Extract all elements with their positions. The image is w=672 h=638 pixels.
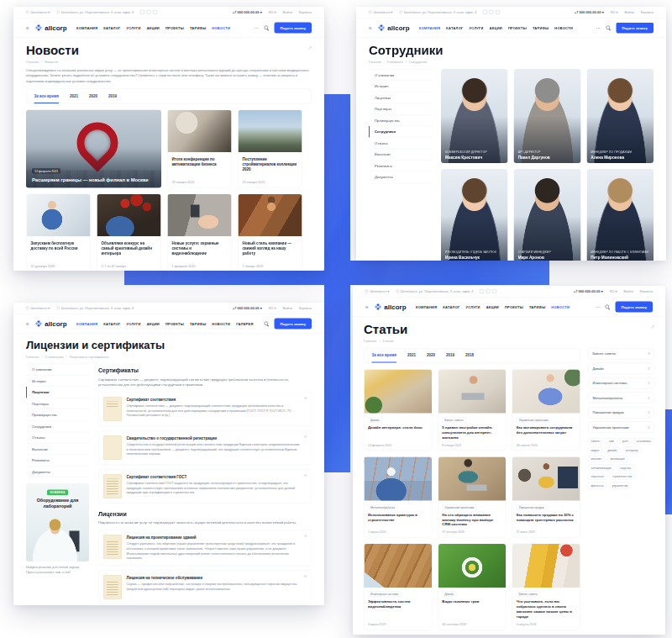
rss-icon[interactable] [307,45,312,51]
category-filter[interactable]: Повышение продаж 1 [588,407,654,419]
sidebar-item[interactable]: Документы [369,171,432,183]
tag-pill[interactable]: автоматизация [588,465,614,472]
certificate-card[interactable]: Сертификат соответствия ГОСТ Сертификат … [98,469,312,504]
article-card[interactable]: Инженерные системы Эффективность систем … [364,544,432,630]
nav-item[interactable]: Галерея [236,322,253,326]
nav-item[interactable]: Новости [554,26,573,30]
nav-item[interactable]: Акции [147,322,160,326]
employee-card[interactable]: Руководитель отдела закупок Ирина Василь… [441,169,508,261]
sidebar-item[interactable]: Вакансии [369,149,432,161]
cart-link[interactable]: Корзина [299,10,312,14]
city-selector[interactable]: Челябинск ▾ [369,10,392,14]
sidebar-item[interactable]: Партнеры [369,103,432,115]
news-card[interactable]: Запускаем бесплатную доставку по всей Ро… [26,194,91,271]
article-category-badge[interactable]: Управление проектами [517,417,551,423]
nav-item[interactable]: Новости [212,26,230,30]
promo-banner[interactable]: НОВИНКА Оборудование для лабораторий [26,483,89,562]
menu-burger-icon[interactable] [365,304,369,310]
breadcrumb-item[interactable]: О компании [41,355,63,359]
nav-item[interactable]: Услуги [127,26,141,30]
tag-pill[interactable]: финансы [588,482,606,489]
breadcrumb-item[interactable]: Сотрудники [406,61,428,65]
menu-burger-icon[interactable] [26,321,29,327]
breadcrumb-item[interactable]: Главная [26,355,39,359]
article-card[interactable]: Управление проектами Как мотивировать со… [512,369,580,451]
tab[interactable]: 2019 [446,353,454,363]
employee-card[interactable]: Менеджер по работе с клиентами Петр Мали… [586,169,654,261]
viber-icon[interactable] [486,289,491,293]
phone-link[interactable]: +7 000 000-00-00 ▾ [575,10,604,14]
login-link[interactable]: Войти [625,10,634,14]
tag-pill[interactable]: управление [609,482,631,489]
license-card[interactable]: Лицензия на техническое обслуживание Ску… [98,570,312,604]
article-category-badge[interactable]: Управление проектами [442,504,476,510]
rss-icon[interactable] [650,324,654,330]
sidebar-item[interactable]: Сотрудники [26,421,89,433]
featured-news-card[interactable]: 12 февраля 2021 Расширяем границы — новы… [26,110,161,188]
article-category-badge[interactable]: Дизайн [442,592,456,598]
nav-item[interactable]: Новости [551,305,570,309]
sidebar-item[interactable]: О компании [369,70,432,82]
tab[interactable]: 2019 [108,94,117,104]
city-selector[interactable]: Челябинск ▾ [26,306,50,310]
sidebar-item[interactable]: История [26,376,89,388]
sidebar-item[interactable]: Реквизиты [26,455,89,467]
search-icon[interactable] [606,25,611,30]
logo[interactable]: allcorp [374,303,406,311]
lang-selector[interactable]: RU ▾ [269,10,276,14]
nav-item[interactable]: Компания [76,26,97,30]
sidebar-item[interactable]: Сотрудники [369,126,432,138]
nav-item[interactable]: Каталог [446,26,463,30]
employee-card[interactable]: Коммерческий директор Максим Крестович [441,69,508,163]
nav-item[interactable]: Компания [76,322,97,326]
sidebar-item[interactable]: О компании [26,364,89,376]
logo[interactable]: allcorp [34,320,66,328]
article-card[interactable]: Бизнес советы Что учитывать, если вы соб… [512,544,580,630]
nav-item[interactable]: Каталог [103,322,120,326]
lang-selector[interactable]: RU ▾ [610,289,617,293]
breadcrumb-item[interactable]: Лицензии и сертификаты [66,355,108,359]
employee-card[interactable]: Старший менеджер Марк Аронов [514,169,581,261]
article-card[interactable]: Металлообработка Использование арматуры … [364,456,432,538]
cart-link[interactable]: Корзина [641,10,654,14]
tag-pill[interactable]: видео [588,447,602,454]
close-icon[interactable] [304,535,307,539]
article-category-badge[interactable]: Дизайн [368,417,382,423]
breadcrumb-item[interactable]: Главная [369,61,381,65]
news-card[interactable]: Объявляем конкурс на самый креативный ди… [97,194,161,271]
sidebar-item[interactable]: История [369,81,432,92]
tag-pill[interactable]: строительство [609,473,635,480]
lang-selector[interactable]: RU ▾ [611,10,618,14]
telegram-icon[interactable] [480,289,484,293]
nav-item[interactable]: Акции [486,305,499,309]
whatsapp-icon[interactable] [492,289,496,293]
news-card[interactable]: Итоги конференции по автоматизации бизне… [167,110,232,188]
breadcrumb-item[interactable]: Статьи [379,340,393,344]
nav-item[interactable]: Тарифы [190,322,206,326]
article-card[interactable]: Бизнес советы 5 правил настройки онлайн-… [438,369,506,451]
nav-item[interactable]: Акции [147,26,160,30]
license-card[interactable]: Лицензия на проектирование зданий Следуе… [98,530,312,566]
tag-pill[interactable]: сми [606,438,617,445]
breadcrumb-item[interactable]: Главная [26,61,39,65]
viber-icon[interactable] [147,10,151,14]
article-category-badge[interactable]: Инженерные системы [368,592,401,598]
lang-selector[interactable]: RU ▾ [269,306,276,310]
category-filter[interactable]: Управление проектами 2 [588,422,654,434]
tab[interactable]: 2021 [70,94,78,104]
news-card[interactable]: Новый стиль компании — свежий взгляд на … [238,194,302,271]
close-icon[interactable] [304,575,307,579]
whatsapp-icon[interactable] [153,10,157,14]
sidebar-item[interactable]: Преимущества [369,115,432,127]
more-menu[interactable] [255,25,259,30]
article-category-badge[interactable]: Бизнес советы [442,417,465,423]
certificate-card[interactable]: Сертификат соответствия Сертификат соотв… [98,392,312,426]
nav-item[interactable]: Проекты [508,26,527,30]
menu-burger-icon[interactable] [369,25,372,31]
nav-item[interactable]: Акции [490,26,502,30]
whatsapp-icon[interactable] [496,10,500,14]
category-filter[interactable]: Дизайн 2 [588,363,654,375]
category-filter[interactable]: Бизнес советы 3 [588,348,654,360]
apply-button[interactable]: Подать заявку [616,23,654,34]
tag-pill[interactable]: персонал [588,473,606,480]
